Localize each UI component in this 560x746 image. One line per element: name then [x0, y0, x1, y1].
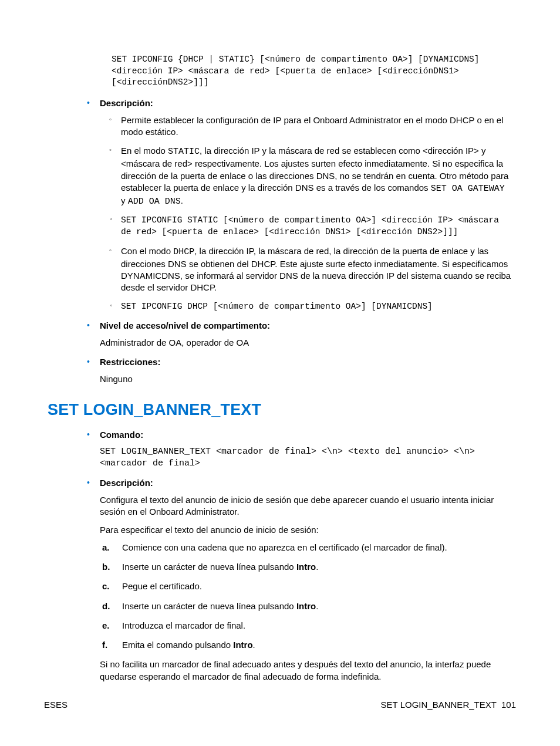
item-restricciones: Restricciones: Ninguno [100, 357, 511, 385]
step-d: Inserte un carácter de nueva línea pulsa… [120, 600, 511, 612]
code-item-static-syntax: SET IPCONFIG STATIC [<número de comparti… [121, 215, 511, 238]
text: Inserte un carácter de nueva línea pulsa… [122, 562, 296, 572]
label-descripcion-2: Descripción: [100, 478, 153, 488]
label-descripcion: Descripción: [100, 98, 153, 108]
text: y [121, 195, 128, 205]
text: Inserte un carácter de nueva línea pulsa… [122, 601, 296, 611]
step-f: Emita el comando pulsando Intro. [120, 639, 511, 651]
bullet-list-level1: Descripción: Permite establecer la confi… [100, 98, 516, 386]
label-restricciones: Restricciones: [100, 357, 160, 367]
footer-page-number: 101 [501, 700, 516, 710]
step-a: Comience con una cadena que no aparezca … [120, 542, 511, 553]
footer-right: SET LOGIN_BANNER_TEXT 101 [381, 700, 516, 710]
label-nivel-acceso: Nivel de acceso/nivel de compartimento: [100, 320, 270, 330]
footer-section-title: SET LOGIN_BANNER_TEXT [381, 700, 497, 710]
text: . [316, 601, 318, 611]
ordered-list-steps: Comience con una cadena que no aparezca … [120, 542, 511, 652]
intro-steps: Para especificar el texto del anuncio de… [100, 524, 511, 536]
code-block-login-banner: SET LOGIN_BANNER_TEXT <marcador de final… [100, 446, 511, 470]
inline-code-add-oa-dns: ADD OA DNS [128, 197, 181, 207]
step-e: Introduzca el marcador de final. [120, 620, 511, 632]
item-descripcion: Descripción: Permite establecer la confi… [100, 98, 511, 312]
inline-code-set-oa-gateway: SET OA GATEWAY [431, 184, 505, 194]
desc-item-1: Permite establecer la configuración de I… [121, 114, 511, 139]
desc-item-2: En el modo STATIC, la dirección IP y la … [121, 145, 511, 208]
text: . [181, 195, 183, 205]
inline-code-static: STATIC [168, 147, 200, 157]
body-restricciones: Ninguno [100, 373, 511, 385]
bullet-list-level2: Permite establecer la configuración de I… [121, 114, 511, 312]
step-c: Pegue el certificado. [120, 580, 511, 592]
item-comando: Comando: SET LOGIN_BANNER_TEXT <marcador… [100, 430, 511, 470]
text: En el modo [121, 146, 168, 156]
desc-item-4: Con el modo DHCP, la dirección IP, la má… [121, 245, 511, 294]
text: Con el modo [121, 246, 173, 256]
page-footer: ESES SET LOGIN_BANNER_TEXT 101 [44, 700, 516, 710]
text: . [253, 640, 255, 650]
bold-intro: Intro [296, 562, 316, 572]
bold-intro: Intro [233, 640, 252, 650]
item-nivel-acceso: Nivel de acceso/nivel de compartimento: … [100, 320, 511, 349]
bullet-list-level1-sec2: Comando: SET LOGIN_BANNER_TEXT <marcador… [100, 430, 516, 683]
label-comando: Comando: [100, 430, 143, 440]
page: SET IPCONFIG {DHCP | STATIC} [<número de… [0, 0, 560, 746]
body-nivel-acceso: Administrador de OA, operador de OA [100, 337, 511, 349]
step-b: Inserte un carácter de nueva línea pulsa… [120, 561, 511, 573]
text: Emita el comando pulsando [122, 640, 233, 650]
text: . [316, 562, 318, 572]
body-descripcion-2: Configura el texto del anuncio de inicio… [100, 494, 511, 518]
note-final: Si no facilita un marcador de final adec… [100, 659, 511, 683]
item-descripcion-2: Descripción: Configura el texto del anun… [100, 478, 511, 683]
code-block-set-ipconfig: SET IPCONFIG {DHCP | STATIC} [<número de… [112, 54, 511, 89]
inline-code-dhcp: DHCP [173, 247, 194, 257]
bold-intro: Intro [296, 601, 316, 611]
heading-set-login-banner-text: SET LOGIN_BANNER_TEXT [48, 401, 516, 419]
code-item-dhcp-syntax: SET IPCONFIG DHCP [<número de compartime… [121, 301, 511, 313]
footer-left: ESES [44, 700, 68, 710]
